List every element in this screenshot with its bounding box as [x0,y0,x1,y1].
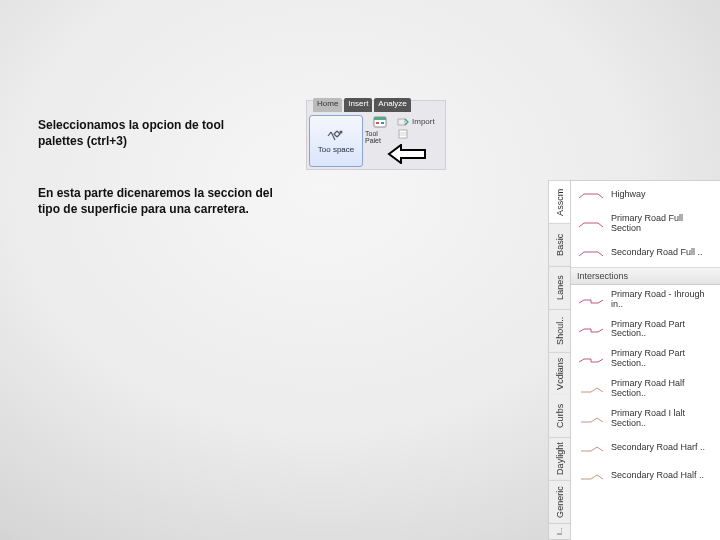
import-button[interactable]: Import [397,116,443,126]
section-icon [577,215,605,233]
tab-basic[interactable]: Basic [549,224,570,267]
palette-group-header: Intersections [571,267,720,285]
tab-overflow[interactable]: I... [549,524,570,540]
palette-item-label: Highway [611,190,646,200]
palette-body: Highway Primary Road Full Section Second… [571,181,720,540]
palette-item[interactable]: Secondary Road Half .. [571,462,720,490]
instruction-text-2: En esta parte dicenaremos la seccion del… [38,185,278,217]
section-icon [577,291,605,309]
section-icon [577,380,605,398]
palette-item-label: Secondary Road Harf .. [611,443,705,453]
toolpalettes-label: Tool Palet [365,130,395,144]
palette-item[interactable]: Primary Road I lalt Section.. [571,404,720,434]
section-icon [577,320,605,338]
palette-item[interactable]: Primary Road - Ihrough in.. [571,285,720,315]
tool-palette: Asscm Basic Lanes Shoul.. Vcdians Curbs … [548,180,720,540]
palette-item-label: Secondary Road Half .. [611,471,704,481]
tab-asscm[interactable]: Asscm [549,181,570,224]
svg-rect-3 [376,122,379,124]
tab-curbs[interactable]: Curbs [549,395,570,438]
tab-lanes[interactable]: Lanes [549,267,570,310]
left-arrow-icon [387,144,427,164]
tab-generic[interactable]: Generic [549,481,570,524]
sheet-icon [397,129,409,139]
svg-rect-2 [374,117,386,120]
svg-rect-6 [399,130,407,138]
ribbon-tab-home[interactable]: Home [313,98,342,112]
ribbon-tab-insert[interactable]: Insert [344,98,372,112]
palette-item[interactable]: Primary Road Part Section.. [571,315,720,345]
section-icon [577,244,605,262]
toolspace-button[interactable]: Too space [309,115,363,167]
tab-daylight[interactable]: Daylight [549,438,570,481]
palette-item-label: Primary Road Part Section.. [611,349,714,369]
palette-item-highway[interactable]: Highway [571,181,720,209]
svg-rect-5 [398,119,405,125]
palette-item-label: Secondary Road Full .. [611,248,703,258]
tab-shoulders[interactable]: Shoul.. [549,310,570,353]
toolspace-label: Too space [318,145,354,154]
section-icon [577,467,605,485]
palette-item-label: Primary Road Half Section.. [611,379,714,399]
section-icon [577,410,605,428]
palette-item[interactable]: Secondary Road Harf .. [571,434,720,462]
section-icon [577,439,605,457]
instruction-text-1: Seleccionamos la opcion de tool palettes… [38,117,258,149]
svg-rect-4 [381,122,384,124]
palette-item-label: Primary Road Full Section [611,214,714,234]
section-icon [577,350,605,368]
import-label: Import [412,117,435,126]
import-row-2[interactable] [397,129,443,139]
ribbon-tab-analyze[interactable]: Analyze [374,98,410,112]
svg-point-0 [340,131,343,134]
palette-item[interactable]: Primary Road Part Section.. [571,344,720,374]
palette-item[interactable]: Primary Road Half Section.. [571,374,720,404]
palette-item[interactable]: Primary Road Full Section [571,209,720,239]
ribbon-tabs: Home Insert Analyze [313,98,411,112]
palette-icon [373,116,387,128]
tab-medians[interactable]: Vcdians [549,353,570,396]
palette-item-label: Primary Road I lalt Section.. [611,409,714,429]
palette-item-label: Primary Road Part Section.. [611,320,714,340]
palette-item[interactable]: Secondary Road Full .. [571,239,720,267]
import-icon [397,116,409,126]
section-icon [577,186,605,204]
toolspace-icon [326,128,346,144]
palette-item-label: Primary Road - Ihrough in.. [611,290,714,310]
palette-tab-column: Asscm Basic Lanes Shoul.. Vcdians Curbs … [549,181,571,540]
